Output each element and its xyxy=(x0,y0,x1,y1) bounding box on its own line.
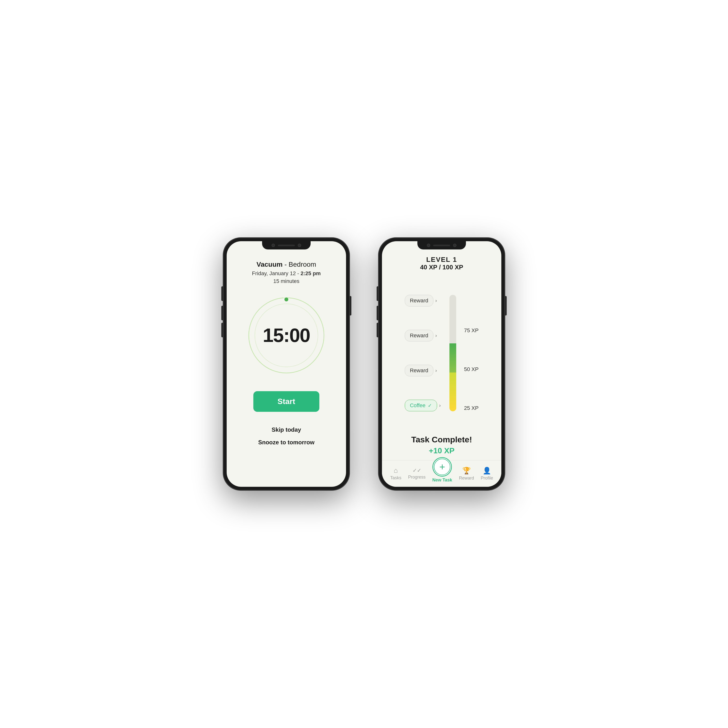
phones-container: Vacuum - Bedroom Friday, January 12 - 2:… xyxy=(223,238,505,490)
progress-section: Reward › Reward › Reward xyxy=(382,278,502,428)
reward-item-3: Reward › xyxy=(405,365,441,376)
fab-inner: + xyxy=(434,459,450,475)
notch-right xyxy=(418,241,466,249)
sensor-icon xyxy=(298,244,301,247)
reward-item-coffee: Coffee ✓ › xyxy=(405,400,441,411)
reward-badge-2[interactable]: Reward xyxy=(405,330,433,341)
reward-icon: 🏆 xyxy=(462,466,471,475)
phone-progress-screen: LEVEL 1 40 XP / 100 XP Reward › xyxy=(382,241,502,487)
speaker xyxy=(278,245,295,246)
reward-arrow-1: › xyxy=(435,298,437,303)
start-button[interactable]: Start xyxy=(253,391,320,412)
timer-display: 15:00 xyxy=(263,324,310,347)
xp-label-50: 50 XP xyxy=(464,366,479,373)
nav-profile[interactable]: 👤 Profile xyxy=(481,466,493,481)
level-xp: 40 XP / 100 XP xyxy=(420,263,463,271)
notch-left xyxy=(262,241,310,249)
progress-content: LEVEL 1 40 XP / 100 XP Reward › xyxy=(382,241,502,460)
nav-tasks[interactable]: ⌂ Tasks xyxy=(390,466,401,480)
timer-content: Vacuum - Bedroom Friday, January 12 - 2:… xyxy=(226,241,346,487)
nav-progress[interactable]: ✓✓ Progress xyxy=(408,467,426,480)
level-header: LEVEL 1 40 XP / 100 XP xyxy=(420,256,463,271)
xp-labels: 75 XP 50 XP 25 XP xyxy=(464,295,479,411)
phone-timer: Vacuum - Bedroom Friday, January 12 - 2:… xyxy=(223,238,349,490)
reward-label-1: Reward xyxy=(410,298,428,304)
rewards-column: Reward › Reward › Reward xyxy=(405,295,441,411)
task-title: Vacuum - Bedroom xyxy=(252,261,321,268)
task-name-rest: - Bedroom xyxy=(283,261,316,268)
task-date-text: Friday, January 12 - xyxy=(252,270,300,277)
reward-badge-3[interactable]: Reward xyxy=(405,365,433,376)
reward-badge-1[interactable]: Reward xyxy=(405,295,433,306)
nav-reward[interactable]: 🏆 Reward xyxy=(459,466,474,481)
reward-arrow-3: › xyxy=(435,368,437,373)
reward-label-3: Reward xyxy=(410,367,428,373)
bottom-nav: ⌂ Tasks ✓✓ Progress + New Task xyxy=(382,460,502,487)
sensor-icon-2 xyxy=(453,244,456,247)
task-info: Vacuum - Bedroom Friday, January 12 - 2:… xyxy=(252,261,321,284)
thermo-fill-green xyxy=(450,343,456,373)
phone-progress: LEVEL 1 40 XP / 100 XP Reward › xyxy=(379,238,505,490)
thermo-fill-yellow xyxy=(450,373,456,411)
fab-plus-icon: + xyxy=(439,462,445,472)
skip-button[interactable]: Skip today xyxy=(272,427,301,433)
timer-dot xyxy=(284,298,288,301)
phone-timer-screen: Vacuum - Bedroom Friday, January 12 - 2:… xyxy=(226,241,346,487)
profile-label: Profile xyxy=(481,476,493,481)
timer-circle: 15:00 xyxy=(245,294,327,376)
reward-nav-label: Reward xyxy=(459,476,474,481)
nav-new-task[interactable]: + New Task xyxy=(433,465,452,483)
task-date: Friday, January 12 - 2:25 pm xyxy=(252,270,321,277)
progress-icon: ✓✓ xyxy=(413,467,421,474)
task-complete-title: Task Complete! xyxy=(411,435,472,444)
xp-label-25: 25 XP xyxy=(464,405,479,411)
snooze-button[interactable]: Snooze to tomorrow xyxy=(258,439,315,446)
profile-icon: 👤 xyxy=(483,466,491,475)
task-complete-section: Task Complete! +10 XP xyxy=(411,428,472,460)
reward-arrow-2: › xyxy=(435,333,437,338)
fab-button[interactable]: + xyxy=(433,457,452,477)
reward-arrow-coffee: › xyxy=(439,402,441,408)
reward-label-2: Reward xyxy=(410,332,428,338)
thermometer xyxy=(445,295,460,411)
task-time: 2:25 pm xyxy=(300,270,321,277)
speaker-2 xyxy=(433,245,450,246)
progress-label: Progress xyxy=(408,475,426,480)
camera-icon xyxy=(272,244,275,247)
reward-item-1: Reward › xyxy=(405,295,441,306)
reward-item-2: Reward › xyxy=(405,330,441,341)
coffee-checkmark: ✓ xyxy=(428,403,432,408)
task-name-bold: Vacuum xyxy=(257,261,283,268)
tasks-icon: ⌂ xyxy=(394,466,398,474)
reward-label-coffee: Coffee xyxy=(410,402,425,408)
level-title: LEVEL 1 xyxy=(420,256,463,263)
reward-badge-coffee[interactable]: Coffee ✓ xyxy=(405,400,437,411)
task-duration: 15 minutes xyxy=(252,278,321,284)
xp-label-75: 75 XP xyxy=(464,327,479,334)
new-task-label: New Task xyxy=(433,477,452,483)
thermo-bg xyxy=(450,295,456,411)
task-complete-xp: +10 XP xyxy=(411,446,472,455)
camera-icon-2 xyxy=(427,244,430,247)
tasks-label: Tasks xyxy=(390,476,401,480)
